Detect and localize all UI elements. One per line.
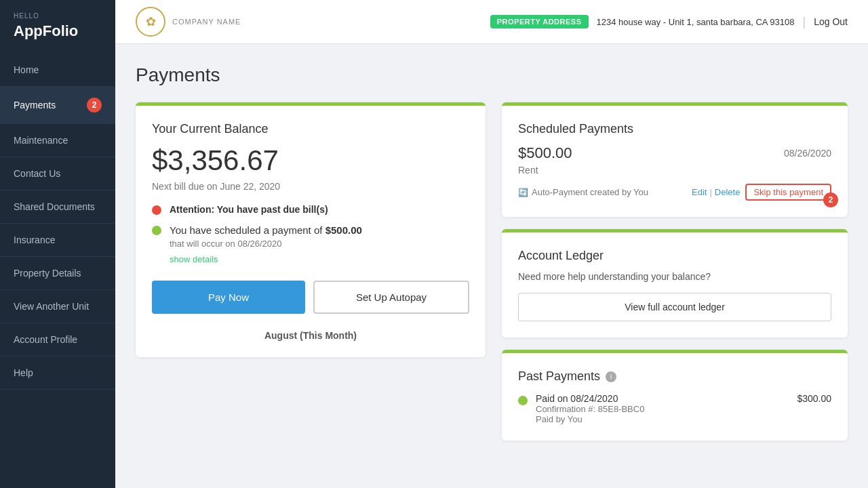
sidebar-item-account-profile[interactable]: Account Profile: [0, 323, 115, 357]
buttons-row: Pay Now Set Up Autopay: [152, 281, 469, 314]
sidebar-nav: Home Payments 2 Maintenance Contact Us S…: [0, 54, 115, 488]
show-details-link[interactable]: show details: [170, 254, 362, 264]
header: ✿ COMPANY NAME PROPERTY ADDRESS 1234 hou…: [115, 0, 868, 44]
month-header: August (This Month): [152, 330, 469, 341]
scheduled-amount: $500.00: [326, 224, 362, 236]
past-payments-title: Past Payments: [518, 369, 600, 384]
header-divider: |: [802, 15, 806, 29]
scheduled-sub: that will occur on 08/26/2020: [170, 239, 362, 249]
property-address: 1234 house way - Unit 1, santa barbara, …: [597, 17, 795, 27]
past-confirmation: Confirmation #: 85E8-BBC0: [536, 404, 789, 414]
page-body: Payments Your Current Balance $3,356.67 …: [115, 44, 868, 488]
scheduled-text-line1: You have scheduled a payment of: [170, 224, 322, 236]
past-payment-info: Paid on 08/24/2020 Confirmation #: 85E8-…: [536, 393, 789, 424]
past-payments-card: Past Payments i Paid on 08/24/2020 Confi…: [502, 350, 848, 441]
ledger-title: Account Ledger: [518, 249, 831, 263]
pay-now-button[interactable]: Pay Now: [152, 281, 305, 314]
skip-wrapper: Skip this payment 2: [745, 184, 831, 201]
sidebar-item-label: Maintenance: [14, 135, 68, 146]
sched-date: 08/26/2020: [784, 148, 831, 159]
balance-card: Your Current Balance $3,356.67 Next bill…: [136, 102, 486, 357]
sidebar-item-help[interactable]: Help: [0, 357, 115, 390]
sched-type: Rent: [518, 165, 831, 176]
alert-row-1: Attention: You have past due bill(s): [152, 204, 469, 215]
ledger-help-text: Need more help understanding your balanc…: [518, 271, 831, 282]
sidebar-item-label: Help: [14, 367, 33, 378]
right-column: Scheduled Payments $500.00 08/26/2020 Re…: [502, 102, 848, 441]
sidebar-item-label: Property Details: [14, 268, 81, 279]
sched-amount: $500.00: [518, 144, 572, 162]
sidebar-item-label: Home: [14, 64, 39, 75]
company-logo: ✿: [136, 7, 165, 37]
edit-link[interactable]: Edit: [692, 187, 707, 197]
delete-link[interactable]: Delete: [715, 187, 741, 197]
sidebar-item-label: Insurance: [14, 235, 55, 245]
sidebar-item-property-details[interactable]: Property Details: [0, 257, 115, 290]
sidebar-item-label: View Another Unit: [14, 301, 89, 312]
past-payment-row: Paid on 08/24/2020 Confirmation #: 85E8-…: [518, 393, 831, 424]
header-right: PROPERTY ADDRESS 1234 house way - Unit 1…: [490, 15, 848, 29]
sidebar-item-insurance[interactable]: Insurance: [0, 224, 115, 257]
scheduled-text: You have scheduled a payment of $500.00: [170, 224, 362, 236]
sched-amount-row: $500.00 08/26/2020: [518, 144, 831, 162]
balance-due: Next bill due on June 22, 2020: [152, 181, 469, 192]
account-ledger-card: Account Ledger Need more help understand…: [502, 229, 848, 338]
sched-actions-row: 🔄 Auto-Payment created by You Edit | Del…: [518, 184, 831, 201]
past-title-row: Past Payments i: [518, 369, 831, 384]
sidebar-item-shared-documents[interactable]: Shared Documents: [0, 190, 115, 224]
page-title: Payments: [136, 64, 848, 86]
payments-badge: 2: [87, 98, 102, 113]
cards-row: Your Current Balance $3,356.67 Next bill…: [136, 102, 848, 441]
balance-amount: $3,356.67: [152, 144, 469, 177]
sidebar-item-payments[interactable]: Payments 2: [0, 87, 115, 124]
sidebar-item-view-another-unit[interactable]: View Another Unit: [0, 290, 115, 323]
green-dot: [152, 226, 161, 235]
refresh-icon: 🔄: [518, 188, 528, 197]
sidebar-item-label: Payments: [14, 100, 56, 110]
view-ledger-button[interactable]: View full account ledger: [518, 293, 831, 321]
company-name: COMPANY NAME: [172, 18, 241, 26]
sidebar: HELLO AppFolio Home Payments 2 Maintenan…: [0, 0, 115, 488]
sidebar-item-maintenance[interactable]: Maintenance: [0, 124, 115, 157]
past-amount: $300.00: [797, 393, 831, 404]
scheduled-payments-card: Scheduled Payments $500.00 08/26/2020 Re…: [502, 102, 848, 217]
logo-area: ✿ COMPANY NAME: [136, 7, 241, 37]
info-icon: i: [606, 371, 616, 382]
logout-link[interactable]: Log Out: [814, 16, 848, 27]
past-paid-date: Paid on 08/24/2020: [536, 393, 789, 404]
setup-autopay-button[interactable]: Set Up Autopay: [313, 281, 469, 314]
sidebar-hello: HELLO: [0, 0, 115, 22]
red-dot: [152, 205, 161, 215]
past-green-dot: [518, 396, 528, 405]
skip-payment-button[interactable]: Skip this payment: [745, 184, 831, 201]
sched-auto-label: 🔄 Auto-Payment created by You: [518, 187, 648, 197]
sidebar-appname: AppFolio: [0, 22, 115, 54]
sidebar-item-contact-us[interactable]: Contact Us: [0, 157, 115, 190]
sidebar-item-label: Account Profile: [14, 334, 77, 345]
alert-row-2: You have scheduled a payment of $500.00 …: [152, 224, 469, 264]
property-badge: PROPERTY ADDRESS: [490, 15, 589, 28]
past-paid-by: Paid by You: [536, 414, 789, 424]
scheduled-payment-info: You have scheduled a payment of $500.00 …: [170, 224, 362, 264]
sched-links: Edit | Delete Skip this payment 2: [692, 184, 831, 201]
skip-badge: 2: [823, 192, 838, 207]
sidebar-item-home[interactable]: Home: [0, 54, 115, 87]
sidebar-item-label: Contact Us: [14, 168, 60, 179]
main-content: ✿ COMPANY NAME PROPERTY ADDRESS 1234 hou…: [115, 0, 868, 488]
alert-text-1: Attention: You have past due bill(s): [170, 204, 328, 215]
scheduled-card-title: Scheduled Payments: [518, 122, 831, 136]
balance-card-title: Your Current Balance: [152, 122, 469, 136]
sidebar-item-label: Shared Documents: [14, 201, 95, 212]
